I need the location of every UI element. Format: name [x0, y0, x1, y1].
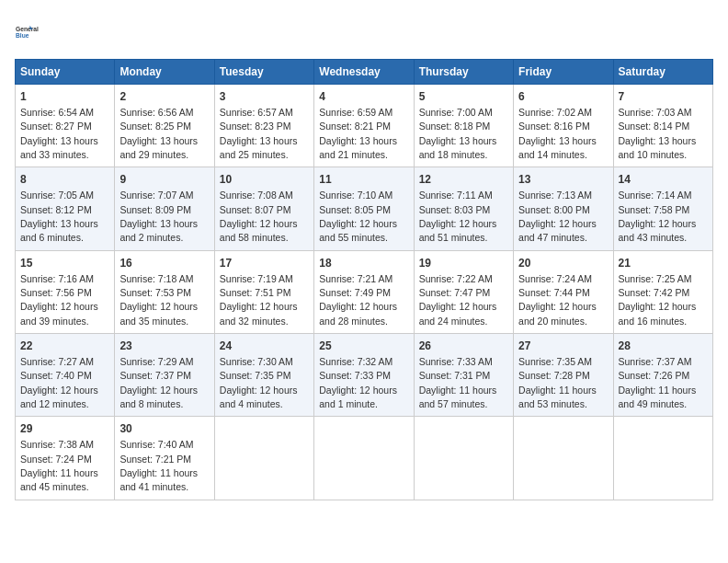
- day-cell: 18Sunrise: 7:21 AM Sunset: 7:49 PM Dayli…: [314, 250, 414, 333]
- day-detail: Sunrise: 7:37 AM Sunset: 7:26 PM Dayligh…: [619, 356, 697, 409]
- day-detail: Sunrise: 6:56 AM Sunset: 8:25 PM Dayligh…: [119, 107, 198, 160]
- day-cell: 19Sunrise: 7:22 AM Sunset: 7:47 PM Dayli…: [414, 250, 513, 333]
- day-number: 16: [119, 256, 209, 271]
- day-cell: [613, 417, 712, 500]
- day-detail: Sunrise: 7:05 AM Sunset: 8:12 PM Dayligh…: [20, 190, 98, 243]
- day-cell: 15Sunrise: 7:16 AM Sunset: 7:56 PM Dayli…: [16, 250, 115, 333]
- day-detail: Sunrise: 7:18 AM Sunset: 7:53 PM Dayligh…: [119, 273, 198, 327]
- day-detail: Sunrise: 7:29 AM Sunset: 7:37 PM Dayligh…: [119, 356, 198, 409]
- day-detail: Sunrise: 7:07 AM Sunset: 8:09 PM Dayligh…: [119, 190, 198, 243]
- col-header-thursday: Thursday: [414, 60, 513, 85]
- day-number: 25: [319, 339, 408, 354]
- day-cell: 8Sunrise: 7:05 AM Sunset: 8:12 PM Daylig…: [16, 167, 115, 250]
- day-detail: Sunrise: 7:10 AM Sunset: 8:05 PM Dayligh…: [319, 190, 397, 243]
- day-cell: 2Sunrise: 6:56 AM Sunset: 8:25 PM Daylig…: [115, 85, 214, 167]
- day-detail: Sunrise: 7:35 AM Sunset: 7:28 PM Dayligh…: [518, 356, 597, 409]
- logo-icon: General Blue: [15, 15, 48, 48]
- week-row-4: 22Sunrise: 7:27 AM Sunset: 7:40 PM Dayli…: [16, 334, 713, 417]
- day-number: 22: [20, 339, 109, 354]
- day-cell: 7Sunrise: 7:03 AM Sunset: 8:14 PM Daylig…: [613, 85, 712, 167]
- day-number: 23: [119, 339, 209, 354]
- day-cell: 22Sunrise: 7:27 AM Sunset: 7:40 PM Dayli…: [16, 334, 115, 417]
- day-number: 30: [119, 421, 209, 437]
- day-cell: 25Sunrise: 7:32 AM Sunset: 7:33 PM Dayli…: [314, 334, 414, 417]
- day-cell: 13Sunrise: 7:13 AM Sunset: 8:00 PM Dayli…: [514, 167, 613, 250]
- calendar-table: SundayMondayTuesdayWednesdayThursdayFrid…: [15, 59, 713, 500]
- day-detail: Sunrise: 7:02 AM Sunset: 8:16 PM Dayligh…: [518, 107, 597, 160]
- day-cell: [214, 417, 313, 500]
- week-row-5: 29Sunrise: 7:38 AM Sunset: 7:24 PM Dayli…: [16, 417, 713, 500]
- week-row-2: 8Sunrise: 7:05 AM Sunset: 8:12 PM Daylig…: [16, 167, 713, 250]
- day-cell: 29Sunrise: 7:38 AM Sunset: 7:24 PM Dayli…: [16, 417, 115, 500]
- day-cell: 17Sunrise: 7:19 AM Sunset: 7:51 PM Dayli…: [214, 250, 313, 333]
- day-cell: 1Sunrise: 6:54 AM Sunset: 8:27 PM Daylig…: [16, 85, 115, 167]
- day-cell: 26Sunrise: 7:33 AM Sunset: 7:31 PM Dayli…: [414, 334, 513, 417]
- col-header-monday: Monday: [115, 60, 214, 85]
- day-cell: 6Sunrise: 7:02 AM Sunset: 8:16 PM Daylig…: [514, 85, 613, 167]
- page-header: General Blue: [15, 15, 713, 48]
- day-detail: Sunrise: 7:30 AM Sunset: 7:35 PM Dayligh…: [220, 356, 298, 409]
- day-detail: Sunrise: 7:32 AM Sunset: 7:33 PM Dayligh…: [319, 356, 397, 409]
- day-number: 19: [419, 256, 508, 271]
- day-number: 7: [619, 89, 708, 105]
- week-row-3: 15Sunrise: 7:16 AM Sunset: 7:56 PM Dayli…: [16, 250, 713, 333]
- svg-text:General: General: [16, 26, 39, 32]
- col-header-tuesday: Tuesday: [214, 60, 313, 85]
- day-cell: 28Sunrise: 7:37 AM Sunset: 7:26 PM Dayli…: [613, 334, 712, 417]
- day-number: 6: [518, 89, 608, 105]
- col-header-sunday: Sunday: [16, 60, 115, 85]
- day-number: 26: [419, 339, 508, 354]
- day-cell: 30Sunrise: 7:40 AM Sunset: 7:21 PM Dayli…: [115, 417, 214, 500]
- day-cell: 10Sunrise: 7:08 AM Sunset: 8:07 PM Dayli…: [214, 167, 313, 250]
- day-detail: Sunrise: 7:00 AM Sunset: 8:18 PM Dayligh…: [419, 107, 497, 160]
- day-detail: Sunrise: 6:54 AM Sunset: 8:27 PM Dayligh…: [20, 107, 98, 160]
- day-number: 8: [20, 172, 109, 188]
- day-detail: Sunrise: 7:08 AM Sunset: 8:07 PM Dayligh…: [220, 190, 298, 243]
- day-detail: Sunrise: 7:16 AM Sunset: 7:56 PM Dayligh…: [20, 273, 98, 327]
- day-cell: 16Sunrise: 7:18 AM Sunset: 7:53 PM Dayli…: [115, 250, 214, 333]
- day-number: 10: [220, 172, 309, 188]
- day-cell: 5Sunrise: 7:00 AM Sunset: 8:18 PM Daylig…: [414, 85, 513, 167]
- day-number: 28: [619, 339, 708, 354]
- day-number: 21: [619, 256, 708, 271]
- day-cell: 27Sunrise: 7:35 AM Sunset: 7:28 PM Dayli…: [514, 334, 613, 417]
- day-detail: Sunrise: 6:59 AM Sunset: 8:21 PM Dayligh…: [319, 107, 397, 160]
- day-detail: Sunrise: 7:27 AM Sunset: 7:40 PM Dayligh…: [20, 356, 98, 409]
- day-number: 12: [419, 172, 508, 188]
- day-cell: [514, 417, 613, 500]
- day-number: 3: [220, 89, 309, 105]
- day-detail: Sunrise: 7:03 AM Sunset: 8:14 PM Dayligh…: [619, 107, 697, 160]
- day-cell: 20Sunrise: 7:24 AM Sunset: 7:44 PM Dayli…: [514, 250, 613, 333]
- svg-text:Blue: Blue: [16, 32, 29, 39]
- header-row: SundayMondayTuesdayWednesdayThursdayFrid…: [16, 60, 713, 85]
- logo: General Blue: [15, 15, 48, 48]
- day-cell: 12Sunrise: 7:11 AM Sunset: 8:03 PM Dayli…: [414, 167, 513, 250]
- day-number: 1: [20, 89, 109, 105]
- col-header-saturday: Saturday: [613, 60, 712, 85]
- day-cell: 21Sunrise: 7:25 AM Sunset: 7:42 PM Dayli…: [613, 250, 712, 333]
- day-cell: 23Sunrise: 7:29 AM Sunset: 7:37 PM Dayli…: [115, 334, 214, 417]
- day-cell: [414, 417, 513, 500]
- day-detail: Sunrise: 6:57 AM Sunset: 8:23 PM Dayligh…: [220, 107, 298, 160]
- week-row-1: 1Sunrise: 6:54 AM Sunset: 8:27 PM Daylig…: [16, 85, 713, 167]
- day-number: 5: [419, 89, 508, 105]
- col-header-friday: Friday: [514, 60, 613, 85]
- day-number: 27: [518, 339, 608, 354]
- day-detail: Sunrise: 7:24 AM Sunset: 7:44 PM Dayligh…: [518, 273, 597, 327]
- day-cell: 3Sunrise: 6:57 AM Sunset: 8:23 PM Daylig…: [214, 85, 313, 167]
- day-detail: Sunrise: 7:22 AM Sunset: 7:47 PM Dayligh…: [419, 273, 497, 327]
- day-cell: 9Sunrise: 7:07 AM Sunset: 8:09 PM Daylig…: [115, 167, 214, 250]
- day-detail: Sunrise: 7:11 AM Sunset: 8:03 PM Dayligh…: [419, 190, 497, 243]
- day-number: 4: [319, 89, 408, 105]
- day-cell: 14Sunrise: 7:14 AM Sunset: 7:58 PM Dayli…: [613, 167, 712, 250]
- day-number: 29: [20, 421, 109, 437]
- day-number: 11: [319, 172, 408, 188]
- day-detail: Sunrise: 7:25 AM Sunset: 7:42 PM Dayligh…: [619, 273, 697, 327]
- day-detail: Sunrise: 7:19 AM Sunset: 7:51 PM Dayligh…: [220, 273, 298, 327]
- day-number: 20: [518, 256, 608, 271]
- day-cell: [314, 417, 414, 500]
- day-number: 15: [20, 256, 109, 271]
- day-detail: Sunrise: 7:38 AM Sunset: 7:24 PM Dayligh…: [20, 439, 98, 492]
- day-number: 17: [220, 256, 309, 271]
- day-number: 13: [518, 172, 608, 188]
